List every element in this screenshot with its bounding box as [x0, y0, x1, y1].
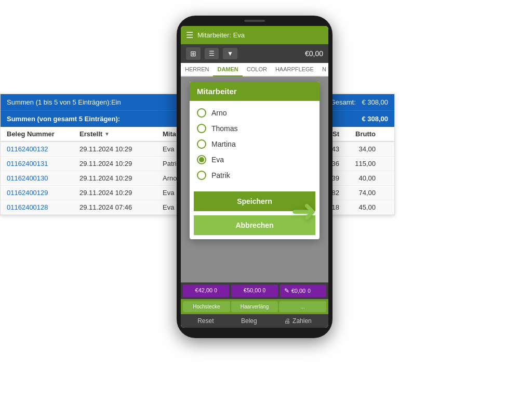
- service-btn-haarverlaeng[interactable]: Haarverläng: [231, 301, 278, 312]
- reset-button[interactable]: Reset: [197, 317, 214, 325]
- green-arrow-icon: ➜: [291, 192, 317, 229]
- price-btn-edit[interactable]: ✎ €0,00 0: [280, 285, 326, 297]
- summary-line2: Summen (von gesamt 5 Einträgen):: [7, 115, 120, 123]
- option-eva-label: Eva: [211, 156, 224, 164]
- modal-options: Arno Thomas Martina: [190, 101, 320, 187]
- service-btn-more[interactable]: ...: [279, 301, 326, 312]
- price-btn-42[interactable]: €42,00 0: [183, 285, 229, 297]
- printer-icon: 🖨: [284, 317, 290, 325]
- radio-martina[interactable]: [197, 139, 206, 149]
- gesamt-val2: € 308,00: [362, 115, 388, 123]
- option-thomas-label: Thomas: [211, 124, 238, 133]
- phone-actionbar: ⊞ ☰ ▼ €0,00: [181, 44, 328, 63]
- phone-outer: ☰ Mitarbeiter: Eva ⊞ ☰ ▼ €0,00 HERREN DA…: [177, 16, 332, 338]
- radio-thomas[interactable]: [197, 124, 206, 133]
- bottom-action-bar: Reset Beleg 🖨 Zahlen: [181, 314, 328, 328]
- down-button[interactable]: ▼: [223, 48, 237, 59]
- option-arno-label: Arno: [211, 109, 227, 117]
- radio-patrik[interactable]: [197, 171, 206, 180]
- gesamt-val: € 308,00: [362, 98, 388, 106]
- price-display: €0,00: [305, 49, 323, 58]
- col-brutto[interactable]: Brutto: [339, 130, 376, 138]
- option-patrik-label: Patrik: [211, 171, 230, 179]
- phone-screen: ☰ Mitarbeiter: Eva ⊞ ☰ ▼ €0,00 HERREN DA…: [181, 26, 328, 328]
- summary-line1: Summen (1 bis 5 von 5 Einträgen):: [7, 98, 111, 106]
- service-bar: Hochstecke Haarverläng ...: [181, 299, 328, 314]
- list-view-button[interactable]: ☰: [205, 48, 219, 59]
- phone-topbar: ☰ Mitarbeiter: Eva: [181, 26, 328, 44]
- option-martina[interactable]: Martina: [197, 136, 312, 152]
- tab-color[interactable]: COLOR: [243, 63, 271, 75]
- phone-content: Mitarbeiter Arno Thomas: [181, 76, 328, 282]
- tab-haarpflege[interactable]: HAARPFLEGE: [271, 63, 318, 75]
- app-title: Mitarbeiter: Eva: [197, 31, 245, 39]
- modal-title: Mitarbeiter: [190, 82, 320, 101]
- option-thomas[interactable]: Thomas: [197, 121, 312, 136]
- option-martina-label: Martina: [211, 140, 236, 148]
- phone-tabs: HERREN DAMEN COLOR HAARPFLEGE N: [181, 63, 328, 76]
- summary-right: Ein: [111, 98, 121, 106]
- beleg-button[interactable]: Beleg: [241, 317, 257, 325]
- service-btn-hochstecke[interactable]: Hochstecke: [183, 301, 230, 312]
- hamburger-icon[interactable]: ☰: [186, 30, 193, 40]
- price-btn-50[interactable]: €50,00 0: [231, 285, 277, 297]
- tab-herren[interactable]: HERREN: [181, 63, 213, 75]
- col-erstellt[interactable]: Erstellt ▼: [79, 130, 163, 138]
- radio-arno[interactable]: [197, 108, 206, 118]
- radio-eva[interactable]: [197, 155, 206, 164]
- option-eva[interactable]: Eva: [197, 152, 312, 167]
- tab-damen[interactable]: DAMEN: [213, 63, 242, 76]
- modal-overlay: Mitarbeiter Arno Thomas: [181, 76, 328, 282]
- bottom-price-bar: €42,00 0 €50,00 0 ✎ €0,00 0: [181, 282, 328, 299]
- zahlen-button[interactable]: 🖨 Zahlen: [284, 317, 312, 325]
- col-beleg[interactable]: Beleg Nummer: [7, 130, 79, 138]
- tab-more[interactable]: N: [318, 63, 328, 75]
- option-arno[interactable]: Arno: [197, 105, 312, 121]
- grid-view-button[interactable]: ⊞: [186, 47, 201, 60]
- option-patrik[interactable]: Patrik: [197, 167, 312, 183]
